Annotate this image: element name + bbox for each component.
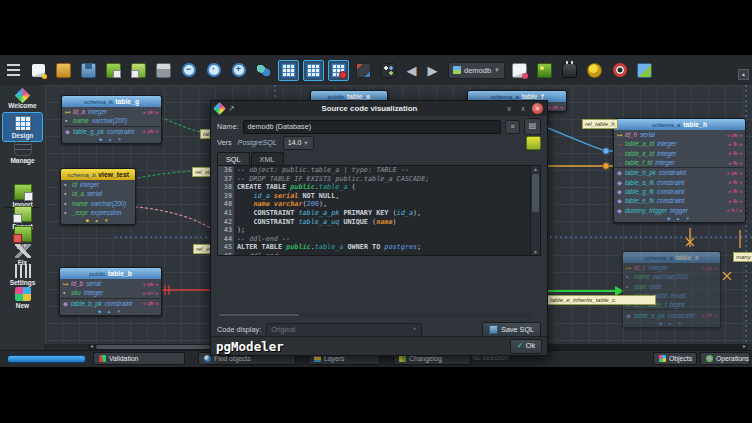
page-delimiters-icon[interactable] — [328, 60, 349, 81]
table-row-dummy_trigger[interactable]: ◆dummy_triggertrigger« b i » — [614, 205, 745, 214]
table-row-table_e_pk[interactable]: ◆table_e_pkconstraint« pk » — [623, 310, 720, 319]
table-row-table_a_fk[interactable]: ◆table_a_fkconstraint« fk » — [614, 177, 745, 186]
sidebar-item-welcome[interactable]: Welcome — [0, 88, 45, 109]
table-row-name[interactable]: ●namevarchar(200) — [623, 272, 720, 281]
sidebar-item-design[interactable]: Design — [2, 112, 43, 142]
rel-label-inherits[interactable]: table_e_inherits_table_c — [547, 295, 656, 305]
db-view-view_test[interactable]: schema_b.view_test●idinteger●id_aserial●… — [60, 168, 136, 225]
support-icon[interactable] — [609, 60, 630, 81]
scroll-down-icon[interactable]: ▼ — [531, 249, 540, 255]
ok-button[interactable]: ✓Ok — [510, 339, 542, 354]
tab-xml[interactable]: XML — [251, 152, 284, 166]
code-horizontal-scrollbar[interactable] — [217, 313, 531, 317]
source-stack-icon[interactable]: ▤ — [524, 118, 541, 135]
scroll-left-icon[interactable]: ◂ — [90, 343, 93, 350]
show-grid-icon[interactable] — [278, 60, 299, 81]
table-footer-icons[interactable]: ◆ ▲ ▼ — [62, 136, 161, 143]
sql-code-view[interactable]: 36-- object: public.table_a | type: TABL… — [217, 165, 531, 256]
plugins-icon[interactable] — [634, 60, 655, 81]
scrollbar-thumb[interactable] — [532, 174, 539, 212]
scroll-right-icon[interactable]: ▸ — [743, 343, 746, 350]
wallpaper-icon[interactable] — [534, 60, 555, 81]
db-table-table_e[interactable]: schema_a.table_e↦id_cinteger« pk »●namev… — [622, 251, 721, 328]
main-menu-icon[interactable] — [3, 60, 24, 81]
db-table-table_g[interactable]: schema_b.table_g↦id_ainteger« pk »●namev… — [61, 95, 162, 144]
table-row-date[interactable]: ●datedate — [623, 282, 720, 291]
table-row-table_b_pk[interactable]: ◆table_b_pkconstraint« pk » — [60, 299, 161, 308]
table-row-name[interactable]: ●namevarchar(200) — [62, 116, 161, 125]
align-to-grid-icon[interactable] — [303, 60, 324, 81]
statusbar-operations[interactable]: Operations — [700, 352, 750, 365]
export-icon[interactable] — [128, 60, 149, 81]
save-sql-button[interactable]: Save SQL — [482, 322, 541, 337]
table-row-_expr[interactable]: ●_exprexpression — [61, 208, 135, 217]
table-footer-icons[interactable]: ◆ ▲ ▼ — [60, 308, 161, 315]
maximize-icon[interactable]: ∧ — [518, 105, 528, 113]
table-row-table_f_id[interactable]: →table_f_idinteger« fk » — [614, 158, 745, 167]
table-footer-icons[interactable]: ◆ ▲ ▼ — [614, 215, 745, 222]
sidebar-item-import[interactable]: Import — [0, 184, 45, 208]
previous-model-icon[interactable]: ◀ — [403, 61, 420, 80]
sidebar-item-settings[interactable]: Settings — [0, 264, 45, 286]
print-icon[interactable] — [153, 60, 174, 81]
relationship-view-2[interactable] — [135, 207, 210, 228]
sidebar-item-fix[interactable]: Fix — [0, 244, 45, 266]
dialog-titlebar[interactable]: ↗ Source code visualization ∨ ∧ × — [211, 101, 547, 116]
table-row-id_a[interactable]: ↦id_ainteger« pk » — [62, 107, 161, 116]
version-select[interactable]: 14.0 ▼ — [283, 136, 314, 150]
sidebar-item-manage[interactable]: Manage — [0, 140, 45, 164]
zoom-original-icon[interactable]: · — [203, 60, 224, 81]
donate-icon[interactable] — [584, 60, 605, 81]
table-row-table_a_id[interactable]: →table_a_idinteger« fk » — [614, 139, 745, 148]
table-row-id_a[interactable]: ●id_aserial — [61, 189, 135, 198]
open-model-icon[interactable] — [53, 60, 74, 81]
table-row-table_h_pk[interactable]: ◆table_h_pkconstraint« pk » — [614, 168, 745, 177]
magnifier-icon[interactable] — [253, 60, 274, 81]
scene-info-icon[interactable] — [378, 60, 399, 81]
table-row-table_e_id[interactable]: →table_e_idinteger« fk » — [614, 149, 745, 158]
code-options-icon[interactable] — [526, 136, 541, 150]
code-display-select[interactable]: Original▼ — [266, 323, 422, 337]
edit-name-icon[interactable]: ≡ — [505, 120, 520, 134]
table-row-table_g_fk[interactable]: ◆table_g_fkconstraint« fk » — [614, 187, 745, 196]
code-vertical-scrollbar[interactable]: ▲ ▼ — [530, 165, 541, 256]
table-row-id_c[interactable]: ↦id_cinteger« pk » — [623, 263, 720, 272]
table-row-id_b[interactable]: ↦id_bserial« pk » — [60, 279, 161, 288]
zoom-out-icon[interactable]: − — [178, 60, 199, 81]
toolbar-overflow-button[interactable]: ▴ — [738, 69, 749, 80]
model-selector[interactable]: demodb▼ — [448, 62, 505, 79]
minimize-icon[interactable]: ∨ — [504, 105, 514, 113]
rel-label-rel-table-h[interactable]: rel_table_h_ — [582, 119, 618, 129]
bug-report-icon[interactable] — [509, 60, 530, 81]
table-header[interactable]: public.table_b — [60, 268, 161, 279]
table-row-id_h[interactable]: ↦id_hserial« pk » — [614, 130, 745, 139]
table-footer-icons[interactable]: ◆ ▲ ▼ — [623, 320, 720, 327]
db-table-table_h[interactable]: schema_a.table_h↦id_hserial« pk »→table_… — [613, 118, 746, 223]
table-header[interactable]: schema_a.table_h — [614, 119, 745, 130]
close-icon[interactable]: × — [532, 103, 543, 114]
table-row-table_e_fk[interactable]: ◆table_e_fkconstraint« fk » — [614, 196, 745, 205]
expand-canvas-icon[interactable] — [353, 60, 374, 81]
table-row-sku[interactable]: ●skuinteger« nn » — [60, 288, 161, 297]
next-model-icon[interactable]: ▶ — [424, 61, 441, 80]
rel-label-many[interactable]: many — [733, 252, 752, 262]
table-header[interactable]: schema_b.table_g — [62, 96, 161, 107]
pin-icon[interactable]: ↗ — [228, 104, 235, 113]
table-row-name[interactable]: ●namevarchar(200) — [61, 199, 135, 208]
save-model-icon[interactable] — [78, 60, 99, 81]
sql-tool-icon[interactable] — [559, 60, 580, 81]
scroll-up-icon[interactable]: ▲ — [531, 166, 540, 172]
import-icon[interactable] — [103, 60, 124, 81]
table-footer-icons[interactable]: ◆ ▲ ▼ — [61, 217, 135, 224]
zoom-in-icon[interactable]: + — [228, 60, 249, 81]
relationship-blue-table-h[interactable] — [548, 128, 613, 151]
new-model-icon[interactable] — [28, 60, 49, 81]
table-row-table_g_pk[interactable]: ◆table_g_pkconstraint« pk » — [62, 127, 161, 136]
table-row-id[interactable]: ●idinteger — [61, 180, 135, 189]
table-header[interactable]: schema_a.table_e — [623, 252, 720, 263]
relationship-table-g[interactable] — [160, 117, 201, 132]
table-header[interactable]: schema_b.view_test — [61, 169, 135, 180]
statusbar-objects[interactable]: Objects — [653, 352, 697, 365]
statusbar-validation[interactable]: Validation — [93, 352, 185, 365]
sidebar-item-new[interactable]: New — [0, 287, 45, 309]
